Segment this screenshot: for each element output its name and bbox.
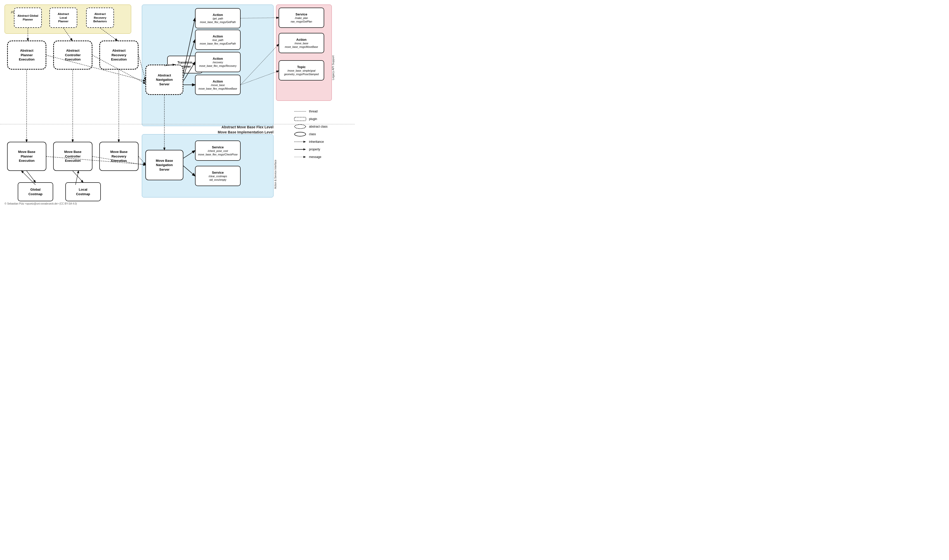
service-make-plan-box: Service /make_plan nav_msgs/GetPlan bbox=[279, 8, 324, 28]
abstract-nav-server-box: AbstractNavigationServer bbox=[145, 65, 183, 95]
action-get-path-box: Action /get_path move_base_flex_msgs/Get… bbox=[195, 8, 240, 28]
legend-class: class bbox=[294, 132, 350, 137]
legend: thread plugin abstract class class bbox=[294, 109, 350, 162]
legacy-api-label: Legacy API Support bbox=[331, 55, 334, 80]
action-service-label: Action & Service Interface bbox=[274, 160, 277, 189]
svg-marker-34 bbox=[303, 148, 306, 151]
topic-goal-box: Topic /move_base_simple/goal geometry_ms… bbox=[279, 60, 324, 80]
diagram-container: Plugin Interface Legacy API Support Acti… bbox=[0, 0, 354, 208]
service-clear-costmaps-box: Service /clear_costmaps std_srvs/empty bbox=[195, 166, 240, 186]
abstract-recovery-behaviors-box: AbstractRecoveryBehaviors bbox=[86, 8, 114, 28]
mb-nav-server-box: Move BaseNavigationServer bbox=[145, 150, 183, 180]
svg-marker-36 bbox=[303, 156, 306, 158]
legend-inheritance: inheritance bbox=[294, 139, 350, 144]
legend-abstract-class: abstract class bbox=[294, 124, 350, 129]
footer: © Sebastian Pütz <spuetz@uni-osnabrueck.… bbox=[5, 202, 77, 205]
svg-line-24 bbox=[73, 171, 83, 182]
legend-property: property bbox=[294, 147, 350, 152]
svg-line-23 bbox=[26, 171, 35, 182]
implementation-level-label: Move Base Implementation Level bbox=[218, 130, 274, 134]
svg-marker-32 bbox=[303, 141, 306, 143]
abstract-planner-exec-box: AbstractPlannerExecution bbox=[7, 40, 46, 69]
abstract-global-planner-box: Abstract Global Planner bbox=[14, 8, 42, 28]
action-exe-path-box: Action /exe_path move_base_flex_msgs/Exe… bbox=[195, 29, 240, 50]
legend-thread: thread bbox=[294, 109, 350, 114]
abstract-recovery-exec-box: AbstractRecoveryExecution bbox=[99, 40, 139, 69]
svg-rect-28 bbox=[294, 117, 306, 121]
svg-point-30 bbox=[294, 132, 306, 136]
legend-plugin: plugin bbox=[294, 117, 350, 122]
abstract-controller-exec-box: AbstractControllerExecution bbox=[53, 40, 92, 69]
global-costmap-box: GlobalCostmap bbox=[18, 182, 53, 201]
service-check-pose-box: Service /check_pose_cost move_base_flex_… bbox=[195, 140, 240, 161]
abstract-local-planner-box: AbstractLocalPlanner bbox=[49, 8, 77, 28]
action-recovery-box: Action /recovery move_base_flex_msgs/Rec… bbox=[195, 52, 240, 72]
abstract-level-label: Abstract Move Base Flex Level bbox=[222, 125, 274, 129]
mb-controller-exec-box: Move BaseControllerExecution bbox=[53, 142, 92, 171]
local-costmap-box: LocalCostmap bbox=[65, 182, 101, 201]
mb-recovery-exec-box: Move BaseRecoveryExecution bbox=[99, 142, 139, 171]
svg-point-29 bbox=[294, 125, 306, 129]
action-move-base-flex-box: Action /move_base move_base_flex_msgs/Mo… bbox=[195, 75, 240, 95]
mb-planner-exec-box: Move BasePlannerExecution bbox=[7, 142, 46, 171]
action-move-base-legacy-box: Action /move_base move_base_msgs/MoveBas… bbox=[279, 33, 324, 53]
legend-message: message bbox=[294, 154, 350, 160]
